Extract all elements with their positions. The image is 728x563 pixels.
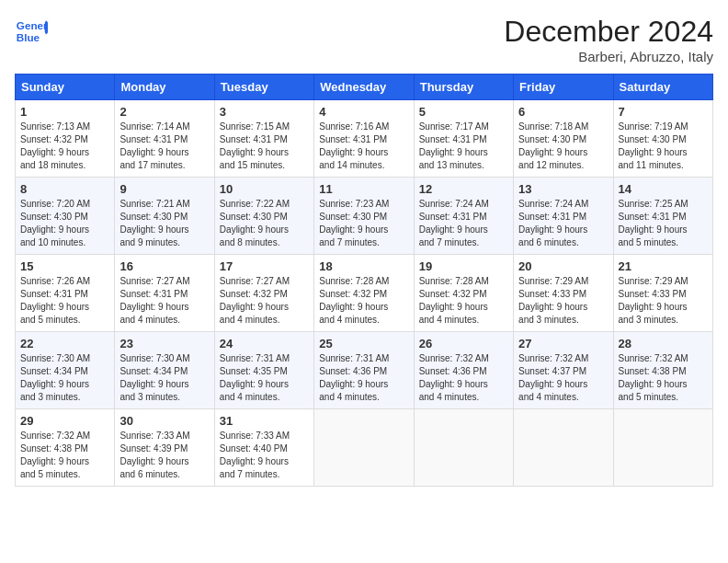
day-number: 25 [319,337,408,350]
day-info: Sunrise: 7:17 AM Sunset: 4:31 PM Dayligh… [419,121,508,172]
day-info: Sunrise: 7:14 AM Sunset: 4:31 PM Dayligh… [119,121,209,172]
day-number: 1 [20,105,109,119]
day-number: 27 [518,337,608,350]
day-info: Sunrise: 7:24 AM Sunset: 4:31 PM Dayligh… [419,198,508,249]
day-number: 31 [220,414,309,428]
day-info: Sunrise: 7:15 AM Sunset: 4:31 PM Dayligh… [220,121,309,172]
calendar-cell: 20Sunrise: 7:29 AM Sunset: 4:33 PM Dayli… [514,255,613,332]
calendar-cell: 2Sunrise: 7:14 AM Sunset: 4:31 PM Daylig… [115,100,214,178]
calendar-cell: 4Sunrise: 7:16 AM Sunset: 4:31 PM Daylig… [314,100,414,178]
calendar-cell: 1Sunrise: 7:13 AM Sunset: 4:32 PM Daylig… [16,100,115,178]
day-number: 6 [518,105,608,119]
header-friday: Friday [514,75,613,100]
logo: General Blue [15,15,48,48]
calendar-cell: 11Sunrise: 7:23 AM Sunset: 4:30 PM Dayli… [314,178,414,255]
day-number: 16 [119,259,209,273]
day-number: 24 [220,337,309,350]
svg-text:General: General [17,19,48,31]
calendar-cell [414,409,513,487]
day-number: 4 [319,105,408,119]
day-info: Sunrise: 7:20 AM Sunset: 4:30 PM Dayligh… [20,198,109,249]
day-number: 8 [20,182,109,196]
day-number: 13 [518,182,608,196]
header-sunday: Sunday [16,75,115,100]
day-info: Sunrise: 7:31 AM Sunset: 4:36 PM Dayligh… [319,352,408,404]
calendar-week-row: 29Sunrise: 7:32 AM Sunset: 4:38 PM Dayli… [16,409,713,487]
day-number: 28 [619,337,708,350]
calendar-cell: 6Sunrise: 7:18 AM Sunset: 4:30 PM Daylig… [514,100,613,178]
day-info: Sunrise: 7:28 AM Sunset: 4:32 PM Dayligh… [319,275,408,327]
header-wednesday: Wednesday [314,75,414,100]
header-thursday: Thursday [414,75,513,100]
day-number: 22 [20,337,109,350]
calendar-cell: 7Sunrise: 7:19 AM Sunset: 4:30 PM Daylig… [613,100,712,178]
day-number: 23 [119,337,209,350]
day-info: Sunrise: 7:19 AM Sunset: 4:30 PM Dayligh… [619,121,708,172]
day-info: Sunrise: 7:16 AM Sunset: 4:31 PM Dayligh… [319,121,408,172]
day-info: Sunrise: 7:32 AM Sunset: 4:36 PM Dayligh… [419,352,508,404]
calendar-cell: 16Sunrise: 7:27 AM Sunset: 4:31 PM Dayli… [115,255,214,332]
calendar-week-row: 22Sunrise: 7:30 AM Sunset: 4:34 PM Dayli… [16,332,713,409]
day-info: Sunrise: 7:33 AM Sunset: 4:40 PM Dayligh… [220,430,309,481]
day-number: 11 [319,182,408,196]
day-number: 14 [619,182,708,196]
day-info: Sunrise: 7:30 AM Sunset: 4:34 PM Dayligh… [119,352,209,404]
title-block: December 2024 Barberi, Abruzzo, Italy [504,15,713,64]
header-monday: Monday [115,75,214,100]
calendar-week-row: 15Sunrise: 7:26 AM Sunset: 4:31 PM Dayli… [16,255,713,332]
header-tuesday: Tuesday [214,75,313,100]
calendar-cell: 17Sunrise: 7:27 AM Sunset: 4:32 PM Dayli… [214,255,313,332]
day-number: 2 [119,105,209,119]
calendar-cell: 19Sunrise: 7:28 AM Sunset: 4:32 PM Dayli… [414,255,513,332]
calendar-cell: 10Sunrise: 7:22 AM Sunset: 4:30 PM Dayli… [214,178,313,255]
calendar-header-row: SundayMondayTuesdayWednesdayThursdayFrid… [16,75,713,100]
day-number: 18 [319,259,408,273]
day-number: 30 [119,414,209,428]
calendar-cell: 25Sunrise: 7:31 AM Sunset: 4:36 PM Dayli… [314,332,414,409]
day-info: Sunrise: 7:27 AM Sunset: 4:32 PM Dayligh… [220,275,309,327]
day-info: Sunrise: 7:28 AM Sunset: 4:32 PM Dayligh… [419,275,508,327]
day-info: Sunrise: 7:30 AM Sunset: 4:34 PM Dayligh… [20,352,109,404]
day-number: 10 [220,182,309,196]
day-number: 29 [20,414,109,428]
calendar-cell: 28Sunrise: 7:32 AM Sunset: 4:38 PM Dayli… [613,332,712,409]
calendar-cell: 29Sunrise: 7:32 AM Sunset: 4:38 PM Dayli… [16,409,115,487]
location-title: Barberi, Abruzzo, Italy [504,49,713,64]
day-info: Sunrise: 7:25 AM Sunset: 4:31 PM Dayligh… [619,198,708,249]
page-header: General Blue December 2024 Barberi, Abru… [15,15,713,64]
calendar-cell: 8Sunrise: 7:20 AM Sunset: 4:30 PM Daylig… [16,178,115,255]
calendar-cell: 26Sunrise: 7:32 AM Sunset: 4:36 PM Dayli… [414,332,513,409]
calendar-cell: 27Sunrise: 7:32 AM Sunset: 4:37 PM Dayli… [514,332,613,409]
day-number: 15 [20,259,109,273]
logo-icon: General Blue [15,15,48,48]
day-info: Sunrise: 7:29 AM Sunset: 4:33 PM Dayligh… [619,275,708,327]
calendar-cell [314,409,414,487]
day-number: 12 [419,182,508,196]
svg-text:Blue: Blue [17,31,40,43]
day-info: Sunrise: 7:23 AM Sunset: 4:30 PM Dayligh… [319,198,408,249]
day-info: Sunrise: 7:27 AM Sunset: 4:31 PM Dayligh… [119,275,209,327]
day-number: 17 [220,259,309,273]
calendar-cell: 12Sunrise: 7:24 AM Sunset: 4:31 PM Dayli… [414,178,513,255]
day-number: 26 [419,337,508,350]
calendar-cell [613,409,712,487]
day-number: 19 [419,259,508,273]
month-title: December 2024 [504,15,713,49]
day-info: Sunrise: 7:31 AM Sunset: 4:35 PM Dayligh… [220,352,309,404]
day-info: Sunrise: 7:22 AM Sunset: 4:30 PM Dayligh… [220,198,309,249]
day-number: 21 [619,259,708,273]
day-info: Sunrise: 7:29 AM Sunset: 4:33 PM Dayligh… [518,275,608,327]
calendar-cell: 9Sunrise: 7:21 AM Sunset: 4:30 PM Daylig… [115,178,214,255]
day-info: Sunrise: 7:24 AM Sunset: 4:31 PM Dayligh… [518,198,608,249]
calendar-week-row: 8Sunrise: 7:20 AM Sunset: 4:30 PM Daylig… [16,178,713,255]
day-number: 20 [518,259,608,273]
calendar-cell: 14Sunrise: 7:25 AM Sunset: 4:31 PM Dayli… [613,178,712,255]
day-number: 7 [619,105,708,119]
calendar-cell: 30Sunrise: 7:33 AM Sunset: 4:39 PM Dayli… [115,409,214,487]
calendar-cell: 22Sunrise: 7:30 AM Sunset: 4:34 PM Dayli… [16,332,115,409]
calendar-cell [514,409,613,487]
calendar-cell: 21Sunrise: 7:29 AM Sunset: 4:33 PM Dayli… [613,255,712,332]
day-info: Sunrise: 7:32 AM Sunset: 4:38 PM Dayligh… [619,352,708,404]
day-number: 5 [419,105,508,119]
calendar-cell: 23Sunrise: 7:30 AM Sunset: 4:34 PM Dayli… [115,332,214,409]
